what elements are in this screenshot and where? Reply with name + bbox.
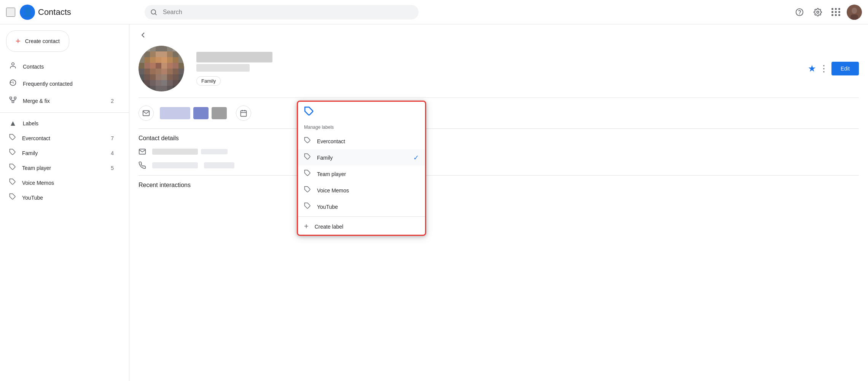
user-avatar[interactable]	[847, 5, 862, 20]
dropdown-item-youtube[interactable]: YouTube	[298, 199, 425, 215]
svg-rect-31	[144, 57, 150, 63]
svg-rect-59	[167, 74, 173, 80]
svg-point-6	[852, 8, 857, 14]
youtube-label: YouTube	[22, 195, 43, 201]
manage-labels-title: Manage labels	[298, 123, 425, 133]
person-icon	[9, 62, 17, 71]
sidebar-item-frequently-contacted[interactable]: Frequently contacted	[0, 75, 123, 92]
svg-rect-60	[173, 74, 178, 80]
contact-action-icons	[139, 101, 859, 125]
svg-rect-73	[156, 86, 161, 91]
svg-rect-54	[139, 74, 144, 80]
apps-button[interactable]	[828, 5, 844, 20]
sidebar-item-contacts[interactable]: Contacts	[0, 58, 123, 75]
sidebar-item-merge-fix[interactable]: Merge & fix 2	[0, 92, 123, 109]
label-icon	[9, 163, 16, 172]
search-input[interactable]	[145, 5, 419, 19]
main-layout: + Create contact Contacts Frequent	[0, 24, 868, 381]
svg-rect-22	[139, 51, 144, 57]
sidebar-label-family[interactable]: Family 4	[0, 146, 123, 160]
team-player-count: 5	[111, 165, 114, 171]
svg-rect-75	[167, 86, 173, 91]
dropdown-label-blue-icon	[304, 106, 314, 118]
svg-rect-61	[178, 74, 184, 80]
email-blurred-3	[212, 107, 227, 119]
svg-rect-76	[173, 86, 178, 91]
svg-rect-70	[139, 86, 144, 91]
logo-person-icon: 👤	[22, 7, 33, 17]
contact-actions: ★ ⋮ Edit	[808, 62, 859, 75]
email-action-button[interactable]	[139, 106, 154, 121]
calendar-action-button[interactable]	[236, 106, 251, 121]
plus-icon: +	[304, 222, 309, 231]
family-count: 4	[111, 150, 114, 156]
svg-rect-77	[178, 86, 184, 91]
main-content: Family ★ ⋮ Edit	[129, 24, 868, 381]
labels-section-header[interactable]: ▲ Labels	[0, 116, 129, 131]
svg-rect-71	[144, 86, 150, 91]
search-bar-container	[145, 5, 419, 19]
voice-memos-label: Voice Memos	[22, 180, 54, 186]
labels-header-label: Labels	[23, 120, 38, 126]
sidebar-label-voice-memos[interactable]: Voice Memos	[0, 175, 123, 190]
label-dropdown: Manage labels Evercontact Family	[297, 101, 426, 236]
contact-details-title: Contact details	[139, 135, 859, 142]
sidebar-label-team-player[interactable]: Team player 5	[0, 160, 123, 175]
recent-interactions-title: Recent interactions	[139, 182, 859, 189]
svg-rect-57	[156, 74, 161, 80]
phone-type-blurred	[204, 162, 234, 168]
phone-field-row	[139, 158, 859, 172]
contact-avatar	[139, 46, 184, 91]
help-button[interactable]	[792, 5, 807, 20]
team-player-label: Team player	[22, 165, 51, 171]
star-icon[interactable]: ★	[808, 63, 816, 74]
menu-button[interactable]	[6, 8, 15, 17]
family-label-chip[interactable]: Family	[196, 76, 221, 86]
history-icon	[9, 79, 17, 88]
svg-rect-41	[156, 63, 161, 69]
dropdown-item-evercontact[interactable]: Evercontact	[298, 133, 425, 149]
svg-rect-46	[139, 69, 144, 74]
svg-rect-20	[173, 46, 178, 51]
app-header: 👤 Contacts	[0, 0, 868, 24]
chevron-up-icon: ▲	[9, 119, 17, 128]
family-chip-label: Family	[201, 78, 216, 84]
settings-button[interactable]	[810, 5, 825, 20]
family-label: Family	[22, 150, 38, 156]
svg-rect-36	[173, 57, 178, 63]
svg-rect-25	[156, 51, 161, 57]
edit-button[interactable]: Edit	[831, 62, 859, 75]
more-options-icon[interactable]: ⋮	[819, 63, 828, 74]
dropdown-item-family[interactable]: Family ✓	[298, 149, 425, 166]
svg-rect-62	[139, 80, 144, 86]
svg-point-3	[800, 14, 800, 14]
merge-icon	[9, 96, 17, 106]
create-label-button[interactable]: + Create label	[298, 218, 425, 235]
svg-rect-66	[161, 80, 167, 86]
dropdown-team-player-label: Team player	[317, 171, 346, 177]
back-button[interactable]	[139, 30, 148, 40]
svg-rect-9	[10, 97, 12, 99]
svg-rect-18	[161, 46, 167, 51]
sidebar-label-evercontact[interactable]: Evercontact 7	[0, 131, 123, 146]
create-contact-button[interactable]: + Create contact	[6, 30, 69, 52]
svg-rect-55	[144, 74, 150, 80]
svg-rect-16	[150, 46, 156, 51]
check-icon: ✓	[413, 154, 419, 162]
dropdown-family-label: Family	[317, 155, 333, 161]
label-tag-icon	[304, 153, 311, 162]
label-icon	[9, 178, 16, 187]
dropdown-item-team-player[interactable]: Team player	[298, 166, 425, 182]
svg-rect-29	[178, 51, 184, 57]
dropdown-item-voice-memos[interactable]: Voice Memos	[298, 182, 425, 199]
svg-rect-19	[167, 46, 173, 51]
svg-rect-14	[139, 46, 144, 51]
phone-value-blurred	[152, 162, 198, 168]
dropdown-voice-memos-label: Voice Memos	[317, 187, 349, 194]
sidebar-label-youtube[interactable]: YouTube	[0, 190, 123, 205]
header-right	[792, 5, 862, 20]
svg-rect-74	[161, 86, 167, 91]
svg-rect-44	[173, 63, 178, 69]
svg-rect-52	[173, 69, 178, 74]
svg-rect-30	[139, 57, 144, 63]
